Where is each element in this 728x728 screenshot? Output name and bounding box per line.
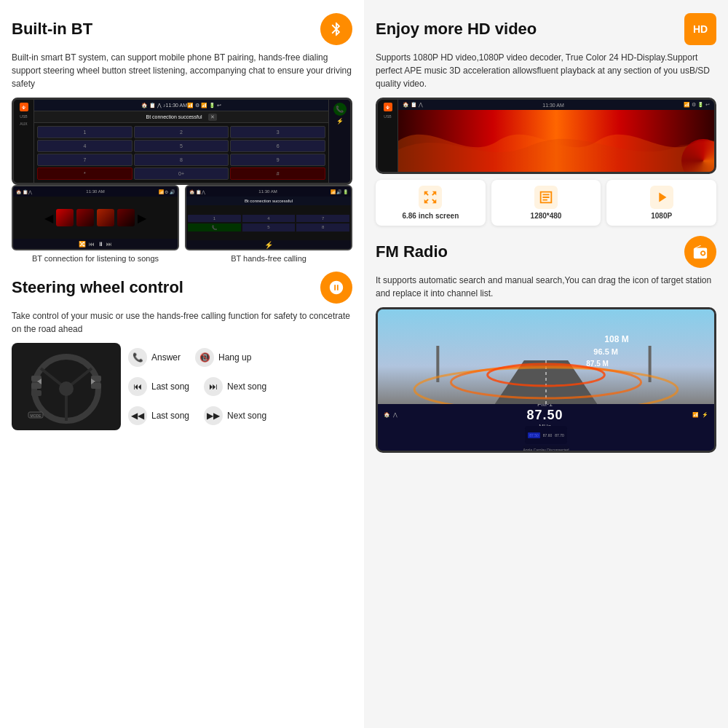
fm-frequency-bar: 87.50 87.60 87.70 — [525, 426, 567, 444]
prev-song2-icon: ◀◀ — [128, 406, 147, 425]
track-thumbnail-4 — [117, 209, 135, 226]
bt-notification-text: Bt connection successful — [146, 114, 202, 119]
svg-text:MODE: MODE — [31, 414, 42, 418]
steering-wheel-svg: MODE — [15, 347, 117, 427]
bt-section-header: Built-in BT — [12, 13, 352, 45]
hd-screen-main: 🏠 📋 ⋀ 11:30 AM 📶 ⚙ 🔋 ↩ — [398, 100, 714, 172]
hd-right-icons: 📶 ⚙ 🔋 ↩ — [684, 102, 710, 108]
hd-screen-sidebar: ⏻ USB — [378, 100, 398, 172]
fm-freq-3: 87.70 — [555, 433, 564, 438]
next-track-icon: ▶ — [138, 211, 146, 225]
screen-size-icon — [419, 186, 442, 209]
mini-key-1[interactable]: 1 — [188, 215, 241, 222]
hd-section-header: Enjoy more HD video HD — [376, 13, 716, 45]
prev-song2-control: ◀◀ Last song — [128, 406, 189, 425]
fm-screen-bar: 🏠 ⋀ FM-1 87.50 MHz 📶 ⚡ — [378, 404, 714, 453]
bt-large-screen: ⏻ USB AUX 🏠 📋 ⋀ ♪ 11:30 AM 📶 ⚙ 📶 🔋 ↩ Bt … — [12, 98, 352, 185]
track-thumbnail-3 — [97, 209, 114, 226]
fm-frequency-display: FM-1 87.50 MHz — [526, 400, 563, 430]
next-song-icon: ⏭ — [204, 377, 223, 396]
mini-key-8[interactable]: 8 — [296, 223, 349, 232]
spec-card-hd: 1080P — [606, 180, 716, 226]
call-keypad-mini: 1 4 7 📞 5 8 — [186, 205, 351, 240]
power-button[interactable]: ⏻ — [20, 103, 28, 111]
hd-nav-icons: 🏠 📋 ⋀ — [403, 102, 423, 108]
bt-close-btn[interactable]: ✕ — [208, 114, 217, 121]
mini-key-2[interactable]: 4 — [242, 215, 296, 222]
prev-song-icon: ⏮ — [128, 377, 147, 396]
keypad-7[interactable]: 7 — [37, 154, 132, 166]
play-btn[interactable]: ⏸ — [98, 241, 103, 248]
steering-section: Steering wheel control Take control of y… — [12, 272, 352, 430]
fm-home: 🏠 — [384, 412, 390, 418]
prev-song-label: Last song — [151, 381, 189, 392]
svg-rect-7 — [31, 383, 41, 389]
music-time: 11:30 AM — [86, 189, 104, 194]
answer-control: 📞 Answer — [128, 348, 181, 367]
call-home-icons: 🏠 📋 ⋀ — [189, 189, 205, 194]
fm-apple-bar: Apple Carplay Disconnected — [523, 446, 569, 453]
keypad-9[interactable]: 9 — [230, 154, 325, 166]
keypad-4[interactable]: 4 — [37, 140, 132, 152]
call-statusbar: 🏠 📋 ⋀ 11:30 AM 📶 🔊 🔋 — [186, 186, 351, 197]
fm-signal: 📶 — [692, 412, 699, 418]
video-wave-svg — [398, 110, 714, 172]
keypad-hash[interactable]: # — [230, 167, 325, 180]
bt-music-label: BT connection for listening to songs — [32, 254, 159, 263]
hd-badge: HD — [684, 13, 716, 45]
call-notification: Bt connection successful — [186, 197, 351, 205]
prev-btn[interactable]: ⏮ — [89, 241, 95, 248]
screen-sidebar: ⏻ USB AUX — [14, 100, 34, 183]
prev-song-control: ⏮ Last song — [128, 377, 189, 396]
hd-label: 1080P — [651, 212, 672, 220]
hd-video-content — [398, 110, 714, 172]
fm-statusbar-left: 🏠 ⋀ — [384, 412, 397, 418]
steering-controls-list: 📞 Answer 📵 Hang up ⏮ Last song ⏭ — [128, 343, 352, 430]
keypad-3[interactable]: 3 — [230, 126, 325, 138]
fm-statusbar-right: 📶 ⚡ — [692, 412, 708, 418]
shuffle-icon[interactable]: 🔀 — [79, 241, 86, 248]
call-time: 11:30 AM — [258, 189, 277, 194]
bt-call-screen: 🏠 📋 ⋀ 11:30 AM 📶 🔊 🔋 Bt connection succe… — [185, 185, 352, 250]
usb-label: USB — [20, 114, 27, 119]
mini-key-5[interactable]: 5 — [242, 223, 296, 232]
mini-key-3[interactable]: 7 — [296, 215, 349, 222]
fm-description: It supports automatic search and manual … — [376, 274, 716, 300]
keypad-6[interactable]: 6 — [230, 140, 325, 152]
steering-description: Take control of your music or use the ha… — [12, 309, 352, 336]
keypad-0[interactable]: 0+ — [134, 167, 229, 180]
next-song2-label: Next song — [227, 411, 266, 421]
svg-text:108 M: 108 M — [604, 334, 628, 344]
hd-power-btn[interactable]: ⏻ — [384, 103, 392, 111]
left-panel: Built-in BT Built-in smart BT system, ca… — [0, 0, 364, 728]
hd-description: Supports 1080P HD video,1080P video deco… — [376, 51, 716, 90]
next-btn[interactable]: ⏭ — [106, 241, 112, 248]
keypad-2[interactable]: 2 — [134, 126, 229, 138]
hd-usb: USB — [384, 114, 391, 119]
fm-section: FM Radio It supports automatic search an… — [376, 236, 716, 453]
keypad-star[interactable]: * — [37, 167, 132, 180]
hd-statusbar: 🏠 📋 ⋀ 11:30 AM 📶 ⚙ 🔋 ↩ — [398, 100, 714, 110]
fm-scale: 87.50 87.60 87.70 — [525, 432, 567, 438]
svg-rect-8 — [31, 390, 41, 396]
aux-label: AUX — [20, 122, 27, 126]
keypad-5[interactable]: 5 — [134, 140, 229, 152]
call-accept-btn[interactable]: 📞 — [333, 103, 347, 116]
next-song-control: ⏭ Next song — [204, 377, 266, 396]
hd-video-icon — [650, 186, 673, 209]
fm-title: FM Radio — [376, 242, 448, 261]
music-home-icons: 🏠 📋 ⋀ — [16, 189, 32, 194]
keypad-8[interactable]: 8 — [134, 154, 229, 166]
call-status-icons: 📶 🔊 🔋 — [331, 189, 348, 194]
keypad-1[interactable]: 1 — [37, 126, 132, 138]
answer-label: Answer — [151, 352, 181, 363]
screen-time: 🏠 📋 ⋀ ♪ — [141, 103, 165, 108]
fm-bt: ⚡ — [702, 412, 708, 418]
spec-card-resolution: 1280*480 — [491, 180, 601, 226]
mini-key-call[interactable]: 📞 — [188, 223, 241, 232]
spec-card-screen: 6.86 inch screen — [376, 180, 486, 226]
bt-icon-small: ⚡ — [336, 118, 344, 124]
steering-title: Steering wheel control — [12, 278, 183, 297]
bluetooth-icon — [320, 13, 352, 45]
fm-frequency-value: 87.50 — [526, 408, 563, 423]
